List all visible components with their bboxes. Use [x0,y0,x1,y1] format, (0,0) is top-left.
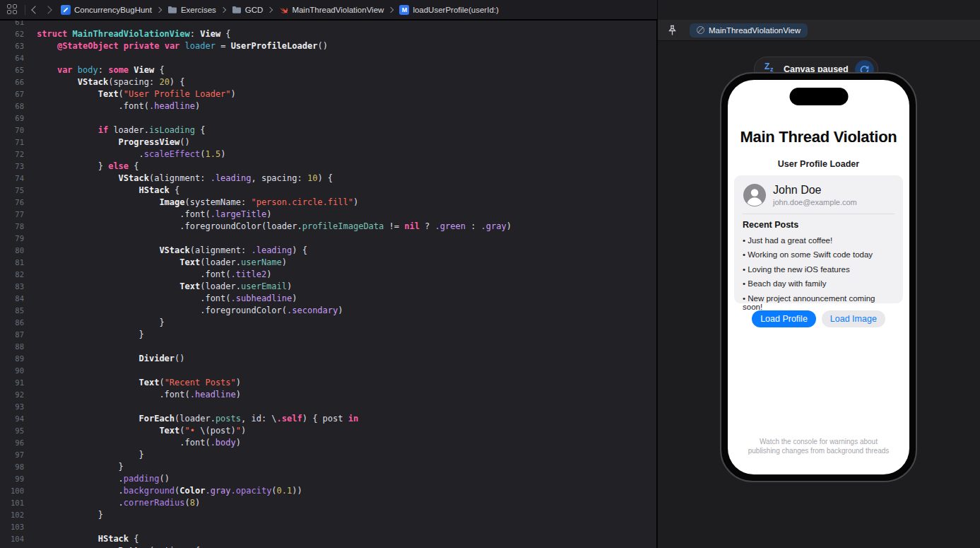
code-line: 80 VStack(alignment: .leading) { [0,245,656,257]
preview-tab[interactable]: MainThreadViolationView [690,23,808,37]
line-number: 61 [0,21,28,28]
code-line: 91 Text("Recent Posts") [0,377,656,389]
pin-icon[interactable] [668,25,677,36]
load-profile-button[interactable]: Load Profile [752,310,816,327]
code-text: } [28,317,165,329]
post-item: • Just had a great coffee! [743,236,895,245]
code-text: } [28,449,144,461]
post-item: • Loving the new iOS features [743,265,895,274]
code-text: Divider() [28,353,185,365]
code-text [28,52,37,64]
code-text: Text("Recent Posts") [28,377,241,389]
code-line: 88 [0,341,656,353]
code-text: Text(loader.userEmail) [28,281,292,293]
breadcrumb-label: Exercises [181,6,216,14]
code-line: 92 .font(.headline) [0,389,656,401]
line-number: 85 [0,305,28,317]
line-number: 100 [0,485,28,497]
recent-posts-heading: Recent Posts [743,220,895,230]
method-icon: M [399,5,409,15]
code-line: 100 .background(Color.gray.opacity(0.1)) [0,485,656,497]
preview-canvas: MainThreadViolationView Zz Canvas paused… [657,0,980,548]
code-lines: 6162struct MainThreadViolationView: View… [0,21,656,548]
code-line: 69 [0,112,656,124]
user-row: John Doe john.doe@example.com [743,183,895,207]
profile-card: John Doe john.doe@example.com Recent Pos… [734,175,903,303]
breadcrumb-item-exercises[interactable]: Exercises [167,5,216,15]
back-chevron-icon[interactable] [31,6,39,13]
line-number: 71 [0,136,28,148]
line-number: 93 [0,401,28,413]
line-number: 66 [0,76,28,88]
code-line: 82 .font(.title2) [0,269,656,281]
line-number: 77 [0,209,28,221]
code-line: 71 ProgressView() [0,136,656,148]
breadcrumb-item-method[interactable]: M loadUserProfile(userId:) [399,5,498,15]
code-text: Text("User Profile Loader") [28,88,236,100]
code-text: VStack(alignment: .leading, spacing: 10)… [28,173,333,185]
code-text: } else { [28,161,139,173]
code-text [28,112,37,124]
button-row: Load Profile Load Image [728,310,909,327]
load-image-button[interactable]: Load Image [822,310,885,327]
code-text: if loader.isLoading { [28,124,205,136]
code-line: 102 } [0,509,656,521]
code-text: .foregroundColor(.secondary) [28,305,343,317]
line-number: 82 [0,269,28,281]
post-item: • Working on some Swift code today [743,250,895,259]
line-number: 104 [0,533,28,545]
toolbar-divider [25,5,25,15]
code-text: .font(.headline) [28,389,241,401]
code-line: 93 [0,401,656,413]
line-number: 86 [0,317,28,329]
code-text: .padding() [28,473,170,485]
code-text [28,21,37,28]
code-text: } [28,329,144,341]
code-text [28,521,37,533]
code-text [28,365,37,377]
line-number: 80 [0,245,28,257]
preview-subtitle: User Profile Loader [728,159,909,169]
code-line: 83 Text(loader.userEmail) [0,281,656,293]
swift-icon [278,5,288,15]
folder-icon [167,5,177,15]
card-divider [743,214,895,214]
code-line: 97 } [0,449,656,461]
line-number: 65 [0,64,28,76]
breadcrumb-item-view-file[interactable]: MainThreadViolationView [278,5,384,15]
related-items-grid-icon[interactable] [7,4,18,15]
breadcrumb-label: ConcurrencyBugHunt [74,6,152,14]
breadcrumb-item-gcd[interactable]: GCD [232,5,264,15]
code-line: 76 Image(systemName: "person.circle.fill… [0,197,656,209]
line-number: 105 [0,545,28,548]
iphone-screen: Main Thread Violation User Profile Loade… [728,80,909,474]
code-text: HStack { [28,533,139,545]
line-number: 70 [0,124,28,136]
code-text: VStack(spacing: 20) { [28,76,185,88]
code-text: HStack { [28,185,179,197]
code-line: 85 .foregroundColor(.secondary) [0,305,656,317]
user-email: john.doe@example.com [773,198,857,206]
code-line: 94 ForEach(loader.posts, id: \.self) { p… [0,413,656,425]
code-line: 77 .font(.largeTitle) [0,209,656,221]
code-editor[interactable]: 6162struct MainThreadViolationView: View… [0,21,656,548]
line-number: 88 [0,341,28,353]
line-number: 98 [0,461,28,473]
line-number: 73 [0,161,28,173]
forward-chevron-icon[interactable] [44,6,52,13]
code-text [28,401,37,413]
breadcrumb-separator-icon [267,6,273,12]
code-text: .font(.title2) [28,269,271,281]
folder-icon [232,5,242,15]
code-line: 68 .font(.headline) [0,100,656,112]
code-line: 63 @StateObject private var loader = Use… [0,40,656,52]
breadcrumb-item-project[interactable]: ConcurrencyBugHunt [61,5,152,15]
breadcrumb: ConcurrencyBugHunt Exercises GCD MainThr… [61,5,499,15]
line-number: 83 [0,281,28,293]
breadcrumb-label: MainThreadViolationView [292,6,384,14]
code-text: var body: some View { [28,64,165,76]
person-circle-icon [743,183,767,207]
line-number: 101 [0,497,28,509]
code-text: VStack(alignment: .leading) { [28,245,307,257]
code-line: 67 Text("User Profile Loader") [0,88,656,100]
